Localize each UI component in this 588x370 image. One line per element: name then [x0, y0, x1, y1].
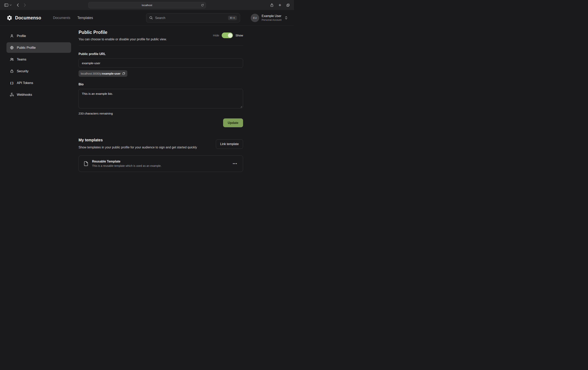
- brand[interactable]: Documenso: [6, 15, 41, 21]
- url-field-label: Public profile URL: [79, 52, 243, 56]
- nav-documents[interactable]: Documents: [53, 16, 70, 20]
- template-title: Reusable Template: [92, 160, 161, 163]
- share-button[interactable]: [270, 3, 273, 7]
- profile-visibility-toggle-row: Hide Show: [213, 32, 243, 38]
- url-preview-text: localhost:3000/p/example-user: [81, 72, 120, 75]
- search-icon: [149, 16, 153, 20]
- globe-icon: [10, 46, 14, 50]
- templates-title: My templates: [79, 138, 197, 142]
- sidebar-item-label: Public Profile: [17, 46, 36, 50]
- page-subtitle: You can choose to enable or disable your…: [79, 38, 167, 41]
- sidebar-menu-chevron-button[interactable]: [10, 4, 11, 6]
- profile-url-preview: localhost:3000/p/example-user: [79, 70, 127, 77]
- refresh-button[interactable]: [201, 4, 204, 7]
- main-content: Public Profile You can choose to enable …: [79, 30, 243, 172]
- template-description: This is a reusable template which is use…: [92, 164, 161, 167]
- browser-forward-button[interactable]: [24, 3, 26, 7]
- search-box[interactable]: ⌘+K: [146, 13, 240, 22]
- avatar: EU: [251, 14, 259, 22]
- toggle-thumb: [228, 33, 232, 38]
- sidebar-item-label: Security: [17, 69, 29, 73]
- main-nav: Documents Templates: [53, 16, 93, 20]
- tabs-icon: [286, 3, 290, 7]
- template-more-menu-button[interactable]: •••: [232, 161, 238, 166]
- new-tab-button[interactable]: +: [279, 3, 281, 7]
- chevron-right-icon: [24, 3, 26, 7]
- sidebar-item-security[interactable]: Security: [6, 66, 71, 76]
- toggle-hide-label: Hide: [213, 34, 219, 37]
- browser-chrome: localhost +: [0, 0, 294, 10]
- profile-url-input[interactable]: [79, 59, 243, 68]
- link-template-button[interactable]: Link template: [216, 139, 243, 149]
- account-name: Example User: [262, 14, 282, 18]
- sidebar-item-profile[interactable]: Profile: [6, 31, 71, 41]
- profile-visibility-toggle[interactable]: [222, 32, 233, 38]
- users-icon: [10, 57, 14, 62]
- sidebar-toggle-button[interactable]: [4, 3, 8, 7]
- template-info: Reusable Template This is a reusable tem…: [92, 160, 161, 167]
- webhook-icon: [10, 92, 14, 97]
- browser-url-text: localhost: [142, 4, 152, 7]
- update-button[interactable]: Update: [223, 118, 243, 127]
- documenso-logo-icon: [6, 15, 12, 21]
- app-header: Documenso Documents Templates ⌘+K EU Exa…: [0, 10, 294, 25]
- file-icon: [84, 161, 89, 166]
- copy-url-button[interactable]: [122, 72, 125, 75]
- copy-icon: [122, 72, 125, 75]
- public-profile-url-section: Public profile URL localhost:3000/p/exam…: [79, 52, 243, 77]
- sidebar-item-public-profile[interactable]: Public Profile: [6, 42, 71, 53]
- lock-icon: [10, 69, 14, 73]
- browser-url-bar[interactable]: localhost: [88, 2, 206, 8]
- bio-textarea[interactable]: This is an example bio.: [79, 89, 243, 108]
- sidebar-item-webhooks[interactable]: Webhooks: [6, 89, 71, 100]
- search-shortcut-badge: ⌘+K: [228, 16, 237, 20]
- sidebar-item-label: Profile: [17, 34, 26, 38]
- brand-name: Documenso: [15, 15, 41, 21]
- braces-icon: { }: [10, 81, 14, 85]
- nav-templates[interactable]: Templates: [77, 16, 93, 20]
- search-input[interactable]: [155, 16, 226, 20]
- settings-sidebar: Profile Public Profile Teams Security { …: [6, 30, 71, 172]
- chevrons-up-down-icon: [285, 16, 288, 20]
- sidebar-panel-icon: [4, 3, 8, 7]
- template-card[interactable]: Reusable Template This is a reusable tem…: [79, 155, 243, 172]
- section-divider: [79, 45, 243, 46]
- sidebar-item-label: Teams: [17, 58, 26, 61]
- sidebar-item-label: Webhooks: [17, 93, 32, 96]
- bio-field-label: Bio: [79, 82, 243, 86]
- account-menu[interactable]: EU Example User Personal Account: [251, 14, 288, 22]
- account-names: Example User Personal Account: [262, 14, 282, 21]
- tab-overview-button[interactable]: [286, 3, 290, 7]
- sidebar-item-api-tokens[interactable]: { } API Tokens: [6, 78, 71, 88]
- templates-subtitle: Show templates in your public profile fo…: [79, 145, 197, 150]
- chevron-left-icon: [17, 3, 19, 7]
- toggle-show-label: Show: [235, 34, 243, 37]
- page-title: Public Profile: [79, 30, 167, 35]
- sidebar-item-teams[interactable]: Teams: [6, 54, 71, 65]
- account-type: Personal Account: [262, 18, 282, 21]
- refresh-icon: [201, 4, 204, 7]
- characters-remaining: 233 characters remaining: [79, 112, 243, 115]
- plus-icon: +: [279, 3, 281, 7]
- chevron-down-icon: [10, 4, 11, 6]
- share-icon: [270, 3, 273, 7]
- bio-section: Bio This is an example bio. 233 characte…: [79, 82, 243, 115]
- my-templates-section: My templates Show templates in your publ…: [79, 138, 243, 172]
- sidebar-item-label: API Tokens: [17, 81, 33, 85]
- browser-back-button[interactable]: [17, 3, 19, 7]
- ellipsis-icon: •••: [233, 162, 237, 165]
- user-icon: [10, 34, 14, 38]
